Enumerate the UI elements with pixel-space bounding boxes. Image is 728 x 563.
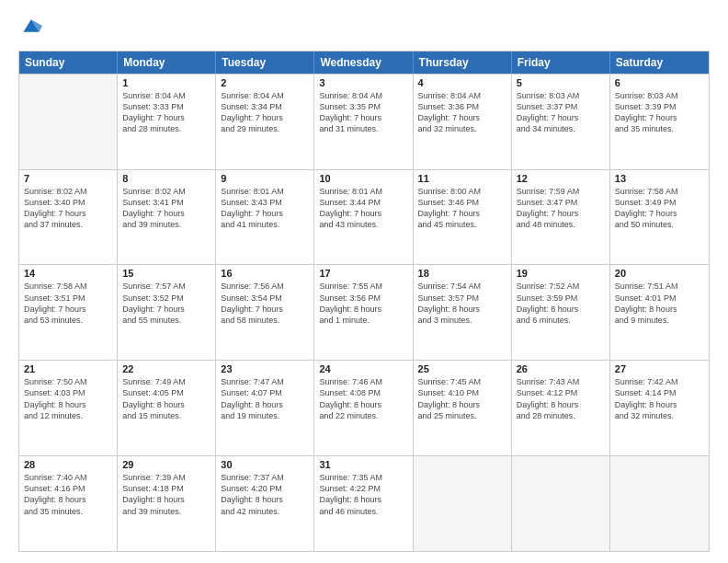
- cell-info: Sunrise: 7:51 AMSunset: 4:01 PMDaylight:…: [615, 281, 704, 326]
- cal-cell-day-30: 30Sunrise: 7:37 AMSunset: 4:20 PMDayligh…: [216, 456, 314, 551]
- cell-info: Sunrise: 7:46 AMSunset: 4:08 PMDaylight:…: [319, 376, 407, 421]
- cal-cell-day-19: 19Sunrise: 7:52 AMSunset: 3:59 PMDayligh…: [512, 265, 610, 360]
- cal-cell-day-6: 6Sunrise: 8:03 AMSunset: 3:39 PMDaylight…: [610, 75, 709, 169]
- cal-cell-empty: [512, 456, 610, 551]
- cell-info: Sunrise: 7:57 AMSunset: 3:52 PMDaylight:…: [122, 281, 210, 326]
- calendar-body: 1Sunrise: 8:04 AMSunset: 3:33 PMDaylight…: [19, 74, 709, 551]
- day-number: 23: [221, 363, 309, 374]
- logo-icon: [20, 15, 42, 37]
- cal-cell-day-10: 10Sunrise: 8:01 AMSunset: 3:44 PMDayligh…: [314, 170, 413, 265]
- cell-info: Sunrise: 7:43 AMSunset: 4:12 PMDaylight:…: [517, 376, 605, 421]
- day-number: 1: [122, 77, 210, 88]
- cell-info: Sunrise: 8:00 AMSunset: 3:46 PMDaylight:…: [418, 186, 506, 231]
- cell-info: Sunrise: 8:03 AMSunset: 3:39 PMDaylight:…: [615, 90, 704, 135]
- day-number: 14: [24, 268, 112, 279]
- cell-info: Sunrise: 7:35 AMSunset: 4:22 PMDaylight:…: [319, 472, 407, 517]
- cell-info: Sunrise: 8:02 AMSunset: 3:41 PMDaylight:…: [122, 186, 210, 231]
- day-number: 5: [517, 77, 605, 88]
- cell-info: Sunrise: 8:02 AMSunset: 3:40 PMDaylight:…: [24, 186, 112, 231]
- cell-info: Sunrise: 7:58 AMSunset: 3:51 PMDaylight:…: [24, 281, 112, 326]
- day-number: 29: [122, 459, 210, 470]
- page: SundayMondayTuesdayWednesdayThursdayFrid…: [0, 0, 728, 563]
- cell-info: Sunrise: 7:37 AMSunset: 4:20 PMDaylight:…: [221, 472, 309, 517]
- cal-cell-day-12: 12Sunrise: 7:59 AMSunset: 3:47 PMDayligh…: [512, 170, 610, 265]
- weekday-header-tuesday: Tuesday: [216, 52, 314, 74]
- day-number: 18: [418, 268, 506, 279]
- weekday-header-friday: Friday: [512, 52, 610, 74]
- cal-cell-empty: [19, 75, 118, 169]
- day-number: 6: [615, 77, 704, 88]
- cell-info: Sunrise: 7:39 AMSunset: 4:18 PMDaylight:…: [122, 472, 210, 517]
- cell-info: Sunrise: 7:55 AMSunset: 3:56 PMDaylight:…: [319, 281, 407, 326]
- cal-cell-day-23: 23Sunrise: 7:47 AMSunset: 4:07 PMDayligh…: [216, 361, 314, 455]
- cell-info: Sunrise: 7:42 AMSunset: 4:14 PMDaylight:…: [615, 376, 704, 421]
- day-number: 13: [615, 173, 704, 184]
- cal-cell-day-26: 26Sunrise: 7:43 AMSunset: 4:12 PMDayligh…: [512, 361, 610, 455]
- day-number: 3: [319, 77, 407, 88]
- day-number: 22: [122, 363, 210, 374]
- calendar-row-2: 7Sunrise: 8:02 AMSunset: 3:40 PMDaylight…: [19, 169, 709, 265]
- day-number: 9: [221, 173, 309, 184]
- cal-cell-day-31: 31Sunrise: 7:35 AMSunset: 4:22 PMDayligh…: [314, 456, 413, 551]
- day-number: 27: [615, 363, 704, 374]
- day-number: 30: [221, 459, 309, 470]
- cell-info: Sunrise: 7:40 AMSunset: 4:16 PMDaylight:…: [24, 472, 112, 517]
- cal-cell-day-25: 25Sunrise: 7:45 AMSunset: 4:10 PMDayligh…: [414, 361, 512, 455]
- weekday-header-thursday: Thursday: [414, 52, 512, 74]
- calendar-row-5: 28Sunrise: 7:40 AMSunset: 4:16 PMDayligh…: [19, 455, 709, 551]
- logo-text: [18, 17, 42, 41]
- cal-cell-day-4: 4Sunrise: 8:04 AMSunset: 3:36 PMDaylight…: [414, 75, 512, 169]
- cal-cell-day-27: 27Sunrise: 7:42 AMSunset: 4:14 PMDayligh…: [610, 361, 709, 455]
- cell-info: Sunrise: 7:52 AMSunset: 3:59 PMDaylight:…: [517, 281, 605, 326]
- day-number: 2: [221, 77, 309, 88]
- weekday-header-wednesday: Wednesday: [314, 52, 413, 74]
- cell-info: Sunrise: 7:45 AMSunset: 4:10 PMDaylight:…: [418, 376, 506, 421]
- day-number: 21: [24, 363, 112, 374]
- day-number: 25: [418, 363, 506, 374]
- day-number: 11: [418, 173, 506, 184]
- cell-info: Sunrise: 7:58 AMSunset: 3:49 PMDaylight:…: [615, 186, 704, 231]
- cal-cell-day-20: 20Sunrise: 7:51 AMSunset: 4:01 PMDayligh…: [610, 265, 709, 360]
- cell-info: Sunrise: 8:01 AMSunset: 3:44 PMDaylight:…: [319, 186, 407, 231]
- calendar-row-1: 1Sunrise: 8:04 AMSunset: 3:33 PMDaylight…: [19, 74, 709, 169]
- cell-info: Sunrise: 8:01 AMSunset: 3:43 PMDaylight:…: [221, 186, 309, 231]
- cell-info: Sunrise: 8:03 AMSunset: 3:37 PMDaylight:…: [517, 90, 605, 135]
- cal-cell-day-9: 9Sunrise: 8:01 AMSunset: 3:43 PMDaylight…: [216, 170, 314, 265]
- cell-info: Sunrise: 8:04 AMSunset: 3:33 PMDaylight:…: [122, 90, 210, 135]
- cal-cell-day-22: 22Sunrise: 7:49 AMSunset: 4:05 PMDayligh…: [118, 361, 216, 455]
- weekday-header-saturday: Saturday: [610, 52, 709, 74]
- cal-cell-day-14: 14Sunrise: 7:58 AMSunset: 3:51 PMDayligh…: [19, 265, 118, 360]
- cal-cell-day-29: 29Sunrise: 7:39 AMSunset: 4:18 PMDayligh…: [118, 456, 216, 551]
- calendar-row-4: 21Sunrise: 7:50 AMSunset: 4:03 PMDayligh…: [19, 360, 709, 455]
- cal-cell-day-3: 3Sunrise: 8:04 AMSunset: 3:35 PMDaylight…: [314, 75, 413, 169]
- cal-cell-day-24: 24Sunrise: 7:46 AMSunset: 4:08 PMDayligh…: [314, 361, 413, 455]
- day-number: 31: [319, 459, 407, 470]
- day-number: 8: [122, 173, 210, 184]
- cal-cell-day-1: 1Sunrise: 8:04 AMSunset: 3:33 PMDaylight…: [118, 75, 216, 169]
- cal-cell-day-13: 13Sunrise: 7:58 AMSunset: 3:49 PMDayligh…: [610, 170, 709, 265]
- cal-cell-day-2: 2Sunrise: 8:04 AMSunset: 3:34 PMDaylight…: [216, 75, 314, 169]
- cal-cell-day-16: 16Sunrise: 7:56 AMSunset: 3:54 PMDayligh…: [216, 265, 314, 360]
- day-number: 15: [122, 268, 210, 279]
- day-number: 28: [24, 459, 112, 470]
- cal-cell-day-28: 28Sunrise: 7:40 AMSunset: 4:16 PMDayligh…: [19, 456, 118, 551]
- calendar-header: SundayMondayTuesdayWednesdayThursdayFrid…: [19, 52, 709, 74]
- cal-cell-day-15: 15Sunrise: 7:57 AMSunset: 3:52 PMDayligh…: [118, 265, 216, 360]
- cell-info: Sunrise: 8:04 AMSunset: 3:35 PMDaylight:…: [319, 90, 407, 135]
- cell-info: Sunrise: 7:59 AMSunset: 3:47 PMDaylight:…: [517, 186, 605, 231]
- calendar-row-3: 14Sunrise: 7:58 AMSunset: 3:51 PMDayligh…: [19, 264, 709, 360]
- cal-cell-day-5: 5Sunrise: 8:03 AMSunset: 3:37 PMDaylight…: [512, 75, 610, 169]
- cell-info: Sunrise: 7:50 AMSunset: 4:03 PMDaylight:…: [24, 376, 112, 421]
- day-number: 10: [319, 173, 407, 184]
- day-number: 7: [24, 173, 112, 184]
- weekday-header-monday: Monday: [118, 52, 216, 74]
- cell-info: Sunrise: 7:49 AMSunset: 4:05 PMDaylight:…: [122, 376, 210, 421]
- header: [18, 17, 710, 41]
- day-number: 16: [221, 268, 309, 279]
- day-number: 12: [517, 173, 605, 184]
- cal-cell-day-17: 17Sunrise: 7:55 AMSunset: 3:56 PMDayligh…: [314, 265, 413, 360]
- day-number: 4: [418, 77, 506, 88]
- cal-cell-day-7: 7Sunrise: 8:02 AMSunset: 3:40 PMDaylight…: [19, 170, 118, 265]
- cal-cell-day-18: 18Sunrise: 7:54 AMSunset: 3:57 PMDayligh…: [414, 265, 512, 360]
- cell-info: Sunrise: 8:04 AMSunset: 3:36 PMDaylight:…: [418, 90, 506, 135]
